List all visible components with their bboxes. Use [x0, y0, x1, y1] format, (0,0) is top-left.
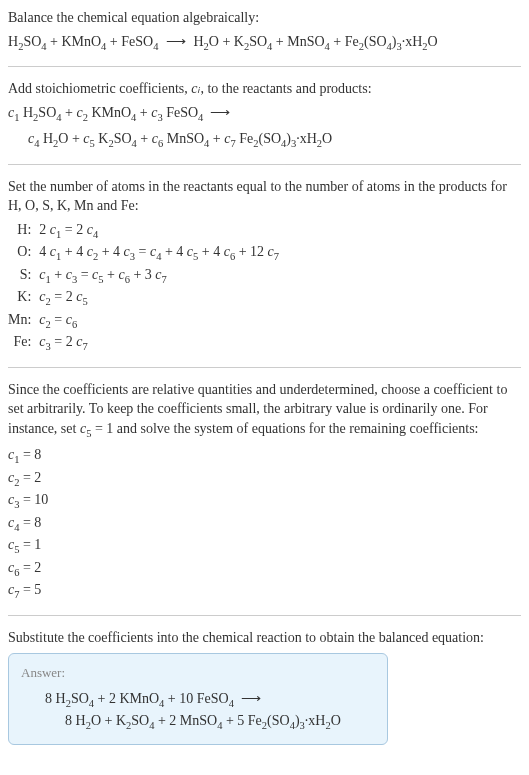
coefficient-list: c1 = 8 c2 = 2 c3 = 10 c4 = 8 c5 = 1 c6 =… [8, 445, 521, 602]
divider [8, 615, 521, 616]
table-row: O: 4 c1 + 4 c2 + 4 c3 = c4 + 4 c5 + 4 c6… [8, 242, 279, 264]
answer-box: Answer: 8 H2SO4 + 2 KMnO4 + 10 FeSO4 ⟶ 8… [8, 653, 388, 744]
atom-equation: c2 = c6 [39, 310, 279, 332]
atom-equation: c3 = 2 c7 [39, 332, 279, 354]
step1-section: Add stoichiometric coefficients, cᵢ, to … [8, 79, 521, 152]
atom-equation: 4 c1 + 4 c2 + 4 c3 = c4 + 4 c5 + 4 c6 + … [39, 242, 279, 264]
answer-label: Answer: [21, 664, 375, 682]
step3-section: Since the coefficients are relative quan… [8, 380, 521, 603]
coeff-value: c3 = 10 [8, 490, 521, 512]
stoich-line2: c4 H2O + c5 K2SO4 + c6 MnSO4 + c7 Fe2(SO… [8, 129, 521, 151]
stoich-line1: c1 H2SO4 + c2 KMnO4 + c3 FeSO4 ⟶ [8, 105, 230, 120]
arrow-icon: ⟶ [162, 34, 190, 49]
coeff-value: c6 = 2 [8, 558, 521, 580]
atom-label: O: [8, 242, 39, 264]
eq-rhs: H2O + K2SO4 + MnSO4 + Fe2(SO4)3·xH2O [193, 34, 437, 49]
divider [8, 66, 521, 67]
step4-section: Substitute the coefficients into the che… [8, 628, 521, 745]
atom-label: H: [8, 220, 39, 242]
stoich-equation: c1 H2SO4 + c2 KMnO4 + c3 FeSO4 ⟶ [8, 103, 521, 125]
atom-label: S: [8, 265, 39, 287]
coeff-value: c5 = 1 [8, 535, 521, 557]
intro-section: Balance the chemical equation algebraica… [8, 8, 521, 54]
intro-text: Balance the chemical equation algebraica… [8, 8, 521, 28]
atom-equation: 2 c1 = 2 c4 [39, 220, 279, 242]
atom-equation: c1 + c3 = c5 + c6 + 3 c7 [39, 265, 279, 287]
step2-section: Set the number of atoms in the reactants… [8, 177, 521, 355]
coeff-value: c1 = 8 [8, 445, 521, 467]
step1-text: Add stoichiometric coefficients, cᵢ, to … [8, 79, 521, 99]
atom-label: Fe: [8, 332, 39, 354]
step2-text: Set the number of atoms in the reactants… [8, 177, 521, 216]
coeff-value: c4 = 8 [8, 513, 521, 535]
table-row: S: c1 + c3 = c5 + c6 + 3 c7 [8, 265, 279, 287]
divider [8, 367, 521, 368]
unbalanced-equation: H2SO4 + KMnO4 + FeSO4 ⟶ H2O + K2SO4 + Mn… [8, 32, 521, 54]
table-row: Fe: c3 = 2 c7 [8, 332, 279, 354]
answer-content: 8 H2SO4 + 2 KMnO4 + 10 FeSO4 ⟶ 8 H2O + K… [21, 689, 375, 734]
coeff-value: c2 = 2 [8, 468, 521, 490]
step4-text: Substitute the coefficients into the che… [8, 628, 521, 648]
eq-lhs: H2SO4 + KMnO4 + FeSO4 [8, 34, 158, 49]
table-row: H: 2 c1 = 2 c4 [8, 220, 279, 242]
table-row: Mn: c2 = c6 [8, 310, 279, 332]
coeff-value: c7 = 5 [8, 580, 521, 602]
atom-equation: c2 = 2 c5 [39, 287, 279, 309]
divider [8, 164, 521, 165]
step3-text: Since the coefficients are relative quan… [8, 380, 521, 442]
atom-label: K: [8, 287, 39, 309]
answer-line2: 8 H2O + K2SO4 + 2 MnSO4 + 5 Fe2(SO4)3·xH… [45, 711, 375, 733]
atom-balance-table: H: 2 c1 = 2 c4 O: 4 c1 + 4 c2 + 4 c3 = c… [8, 220, 279, 355]
atom-label: Mn: [8, 310, 39, 332]
table-row: K: c2 = 2 c5 [8, 287, 279, 309]
answer-line1: 8 H2SO4 + 2 KMnO4 + 10 FeSO4 ⟶ [45, 689, 375, 711]
